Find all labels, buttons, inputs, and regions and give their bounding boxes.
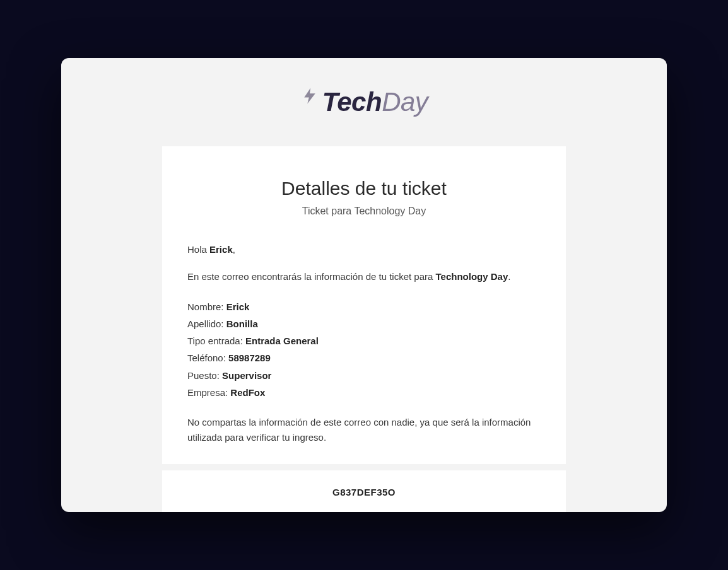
ticket-card: Detalles de tu ticket Ticket para Techno… — [162, 146, 566, 464]
code-section: G837DEF35O — [162, 470, 566, 502]
fields-block: Nombre: Erick Apellido: Bonilla Tipo ent… — [187, 300, 541, 400]
field-telefono: Teléfono: 58987289 — [187, 351, 541, 365]
tipo-value: Entrada General — [245, 335, 319, 346]
disclaimer-text: No compartas la información de este corr… — [187, 415, 541, 445]
telefono-label: Teléfono: — [187, 352, 228, 363]
telefono-value: 58987289 — [228, 352, 271, 363]
intro-bold: Technology Day — [436, 271, 508, 282]
greeting-suffix: , — [233, 244, 235, 255]
intro-prefix: En este correo encontrarás la informació… — [187, 271, 436, 282]
qr-section — [162, 502, 566, 512]
email-frame: TechDay Detalles de tu ticket Ticket par… — [61, 58, 667, 512]
field-tipo: Tipo entrada: Entrada General — [187, 334, 541, 348]
intro-suffix: . — [508, 271, 510, 282]
logo-light: Day — [382, 87, 428, 117]
email-header: TechDay — [61, 58, 667, 146]
empresa-label: Empresa: — [187, 387, 230, 398]
puesto-value: Supervisor — [222, 370, 271, 381]
puesto-label: Puesto: — [187, 370, 222, 381]
card-subtitle: Ticket para Technology Day — [187, 206, 541, 217]
greeting: Hola Erick, — [187, 242, 541, 257]
field-puesto: Puesto: Supervisor — [187, 368, 541, 383]
nombre-label: Nombre: — [187, 301, 226, 312]
apellido-value: Bonilla — [226, 318, 258, 329]
card-title: Detalles de tu ticket — [187, 178, 541, 199]
field-empresa: Empresa: RedFox — [187, 385, 541, 400]
ticket-code: G837DEF35O — [332, 487, 396, 497]
field-nombre: Nombre: Erick — [187, 300, 541, 314]
intro-text: En este correo encontrarás la informació… — [187, 269, 541, 284]
logo: TechDay — [300, 87, 428, 117]
tipo-label: Tipo entrada: — [187, 335, 245, 346]
greeting-name: Erick — [209, 244, 233, 255]
lightning-icon — [300, 86, 319, 105]
logo-text: TechDay — [322, 87, 428, 117]
nombre-value: Erick — [226, 301, 250, 312]
logo-strong: Tech — [322, 87, 382, 117]
empresa-value: RedFox — [230, 387, 265, 398]
apellido-label: Apellido: — [187, 318, 226, 329]
field-apellido: Apellido: Bonilla — [187, 317, 541, 331]
greeting-prefix: Hola — [187, 244, 209, 255]
